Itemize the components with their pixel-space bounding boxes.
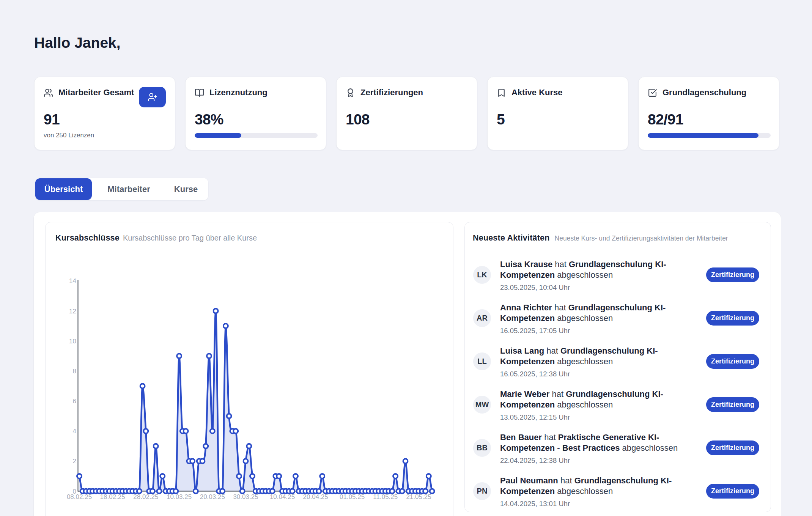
svg-text:28.02.25: 28.02.25 [133,493,158,500]
svg-text:30.03.25: 30.03.25 [233,493,258,500]
svg-text:20.04.25: 20.04.25 [303,493,328,500]
svg-text:8: 8 [73,368,76,375]
svg-text:14: 14 [69,277,76,285]
svg-text:12: 12 [69,308,76,315]
svg-text:10.03.25: 10.03.25 [167,493,192,500]
svg-text:10.04.25: 10.04.25 [270,493,295,500]
svg-text:08.02.25: 08.02.25 [67,493,92,500]
svg-text:4: 4 [73,428,76,435]
svg-text:18.02.25: 18.02.25 [100,493,125,500]
svg-text:6: 6 [73,398,76,405]
svg-text:21.05.25: 21.05.25 [406,493,431,500]
svg-text:11.05.25: 11.05.25 [373,493,398,500]
svg-text:10: 10 [69,338,76,345]
svg-text:2: 2 [73,458,76,465]
svg-text:01.05.25: 01.05.25 [340,493,365,500]
svg-text:20.03.25: 20.03.25 [200,493,225,500]
